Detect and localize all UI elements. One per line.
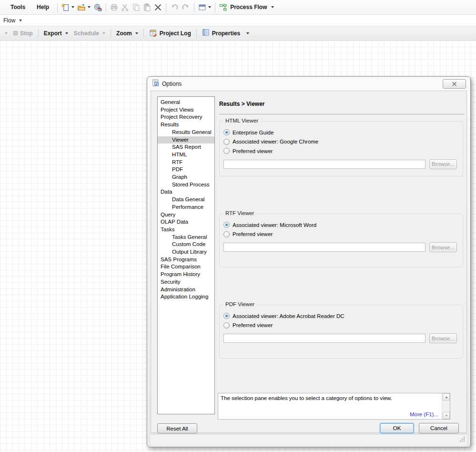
browse-button[interactable]: Browse... — [429, 242, 457, 252]
redo-button[interactable] — [180, 2, 192, 13]
browse-button[interactable]: Browse... — [429, 333, 457, 343]
menu-help[interactable]: Help — [31, 2, 55, 12]
tree-item[interactable]: RTF — [158, 159, 214, 166]
tree-item[interactable]: Custom Code — [158, 241, 214, 248]
radio-icon — [223, 322, 230, 329]
help-scrollbar[interactable] — [442, 393, 450, 419]
tree-item[interactable]: OLAP Data — [158, 218, 214, 226]
radio-label: Preferred viewer — [233, 148, 273, 154]
tree-item[interactable]: SAS Programs — [158, 256, 214, 264]
toolbar-overflow-icon[interactable] — [5, 32, 8, 34]
delete-x-icon — [154, 3, 162, 11]
new-document-icon — [61, 3, 70, 11]
chevron-down-icon — [246, 32, 249, 34]
tree-item[interactable]: Application Logging — [158, 293, 214, 301]
tree-item[interactable]: Project Views — [158, 106, 214, 114]
tree-item[interactable]: Tasks General — [158, 234, 214, 241]
tree-item[interactable]: Administration — [158, 286, 214, 294]
radio-icon — [223, 148, 230, 154]
help-text: The selection pane enables you to select… — [221, 395, 438, 401]
tree-item[interactable]: General — [158, 99, 214, 106]
chevron-down-icon[interactable] — [71, 6, 74, 8]
tree-item[interactable]: PDF — [158, 166, 214, 174]
tree-item[interactable]: Program History — [158, 271, 214, 278]
new-document-button[interactable] — [60, 2, 76, 13]
browse-button[interactable]: Browse... — [429, 159, 457, 169]
radio-icon — [223, 222, 230, 228]
application-window: Tools Help — [0, 0, 476, 452]
chevron-down-icon[interactable] — [19, 20, 22, 21]
tree-item[interactable]: SAS Report — [158, 144, 214, 151]
scroll-up-icon[interactable] — [443, 393, 450, 401]
toolbar-separator — [215, 3, 215, 12]
options-dialog: Options GeneralProject ViewsProject Reco… — [147, 76, 471, 447]
toolbar-separator — [38, 29, 39, 38]
radio-option[interactable]: Preferred viewer — [223, 321, 459, 330]
undo-button[interactable] — [169, 2, 180, 13]
viewer-path-input[interactable] — [223, 243, 425, 252]
viewer-path-input[interactable] — [223, 160, 425, 169]
tree-item[interactable]: Tasks — [158, 226, 214, 234]
tree-item[interactable]: HTML — [158, 151, 214, 159]
radio-label: Preferred viewer — [233, 231, 273, 237]
open-folder-icon — [77, 3, 86, 11]
dialog-body: GeneralProject ViewsProject RecoveryResu… — [151, 91, 467, 433]
tree-item[interactable]: Output Library — [158, 248, 214, 256]
tree-item[interactable]: Data General — [158, 196, 214, 204]
update-server-button[interactable] — [92, 2, 103, 13]
process-flow-icon — [219, 3, 227, 11]
group-title: HTML Viewer — [223, 118, 260, 123]
export-button[interactable]: Export — [41, 28, 71, 39]
tree-item[interactable]: Performance — [158, 204, 214, 211]
radio-option[interactable]: Preferred viewer — [223, 146, 459, 156]
delete-button[interactable] — [152, 2, 163, 13]
process-flow-button[interactable]: Process Flow — [218, 2, 275, 13]
dialog-titlebar[interactable]: Options — [147, 77, 470, 91]
ok-button[interactable]: OK — [380, 423, 414, 433]
radio-icon — [223, 139, 230, 145]
radio-label: Preferred viewer — [233, 322, 273, 328]
tree-item[interactable]: Stored Process — [158, 181, 214, 189]
scroll-down-icon[interactable] — [443, 412, 450, 419]
tree-item[interactable]: Security — [158, 278, 214, 286]
tree-item[interactable]: Graph — [158, 174, 214, 181]
more-help-link[interactable]: More (F1)... — [410, 411, 438, 417]
cut-button[interactable] — [120, 2, 131, 13]
menu-tools[interactable]: Tools — [5, 2, 31, 12]
radio-option[interactable]: Preferred viewer — [223, 230, 459, 239]
options-tree[interactable]: GeneralProject ViewsProject RecoveryResu… — [157, 96, 215, 414]
properties-button[interactable]: Properties — [199, 27, 252, 40]
viewer-path-input[interactable] — [223, 334, 425, 343]
tree-item[interactable]: Data — [158, 188, 214, 196]
tree-item[interactable]: Results General — [158, 129, 214, 136]
radio-option[interactable]: Associated viewer: Adobe Acrobat Reader … — [223, 311, 459, 321]
copy-button[interactable] — [131, 2, 142, 13]
cancel-button[interactable]: Cancel — [419, 423, 459, 433]
options-dialog-icon — [152, 79, 159, 88]
toolbar-separator — [166, 3, 166, 12]
tree-item[interactable]: File Comparison — [158, 263, 214, 271]
tree-item[interactable]: Project Recovery — [158, 113, 214, 121]
zoom-button[interactable]: Zoom — [113, 28, 141, 39]
tree-item[interactable]: Query — [158, 211, 214, 219]
project-log-button[interactable]: Project Log — [146, 27, 194, 40]
reset-all-button[interactable]: Reset All — [157, 423, 197, 433]
tree-item[interactable]: Viewer — [158, 136, 214, 144]
print-button[interactable] — [109, 2, 120, 13]
resize-grip[interactable] — [460, 435, 465, 444]
close-button[interactable] — [443, 79, 466, 89]
paste-button[interactable] — [142, 2, 152, 13]
chevron-down-icon[interactable] — [271, 6, 274, 8]
workspace-layout-button[interactable] — [197, 2, 213, 13]
chevron-down-icon[interactable] — [208, 6, 211, 8]
radio-option[interactable]: Enterprise Guide — [223, 128, 459, 137]
dialog-title: Options — [162, 81, 182, 87]
radio-option[interactable]: Associated viewer: Microsoft Word — [223, 220, 459, 230]
tree-item[interactable]: Results — [158, 121, 214, 129]
flow-label[interactable]: Flow — [3, 17, 15, 24]
chevron-down-icon[interactable] — [88, 6, 91, 8]
open-button[interactable] — [76, 2, 92, 13]
action-toolbar: Stop Export Schedule Zoom Project Log Pr… — [0, 26, 476, 41]
radio-option[interactable]: Associated viewer: Google Chrome — [223, 137, 459, 147]
toolbar-separator — [194, 3, 194, 12]
